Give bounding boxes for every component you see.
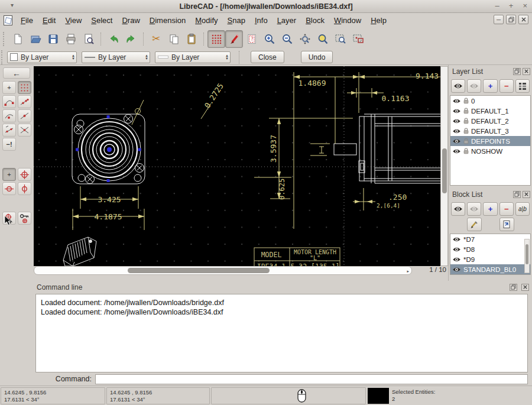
menu-draw[interactable]: Draw <box>117 14 144 27</box>
maximize-button[interactable]: + <box>509 1 514 10</box>
rename-block-icon[interactable]: a|b <box>515 202 530 216</box>
remove-layer-icon[interactable]: − <box>499 79 514 93</box>
float-panel-icon[interactable] <box>513 68 521 75</box>
float-panel-icon[interactable] <box>513 191 521 198</box>
lock-icon[interactable] <box>463 138 469 144</box>
print-preview-icon[interactable] <box>80 30 98 48</box>
menu-block[interactable]: Block <box>301 14 329 27</box>
hide-all-blocks-icon[interactable] <box>467 202 481 216</box>
menu-edit[interactable]: Edit <box>38 14 60 27</box>
scroll-right-arrow[interactable]: ▸ <box>407 269 409 274</box>
eye-icon[interactable] <box>452 247 461 252</box>
layer-row[interactable]: 0 <box>450 96 530 106</box>
snap-distance-icon[interactable] <box>2 124 16 137</box>
drawing-canvas[interactable]: 3.425 4.1875 3.5937 0.625 1.4869 9.143 0… <box>34 66 440 266</box>
show-all-layers-icon[interactable] <box>451 79 465 93</box>
block-row[interactable]: *D9 <box>450 254 530 264</box>
close-panel-icon[interactable] <box>523 68 530 75</box>
zoom-redraw-icon[interactable] <box>296 30 314 48</box>
copy-icon[interactable] <box>165 30 183 48</box>
horizontal-scrollbar[interactable]: ▸ <box>34 266 412 275</box>
grid-toggle-icon[interactable] <box>207 30 225 48</box>
menu-help[interactable]: Help <box>366 14 391 27</box>
zoom-pan-icon[interactable] <box>349 30 367 48</box>
eye-icon[interactable] <box>452 128 461 134</box>
menu-file[interactable]: File <box>16 14 38 27</box>
pen-color-combobox[interactable]: By Layer ▲▼ <box>7 51 77 63</box>
zoom-out-icon[interactable] <box>278 30 296 48</box>
add-block-icon[interactable]: + <box>483 202 497 216</box>
show-all-blocks-icon[interactable] <box>451 202 465 216</box>
eye-icon[interactable] <box>452 108 461 114</box>
add-layer-icon[interactable]: + <box>483 79 497 93</box>
mdi-restore-button[interactable] <box>506 15 516 24</box>
vertical-scrollbar[interactable] <box>440 66 448 266</box>
menu-info[interactable]: Info <box>250 14 273 27</box>
mdi-close-button[interactable] <box>518 15 528 24</box>
mdi-minimize-button[interactable]: ─ <box>494 15 504 24</box>
modify-layer-icon[interactable] <box>515 79 530 93</box>
float-panel-icon[interactable] <box>510 284 517 291</box>
restrict-vertical-icon[interactable] <box>18 182 31 195</box>
block-list-scrollbar[interactable] <box>524 239 530 273</box>
entity-attributes-icon[interactable]: ? <box>243 30 261 48</box>
open-document-icon[interactable] <box>27 30 44 48</box>
block-row[interactable]: *D7 <box>450 234 530 244</box>
lock-icon[interactable] <box>463 148 469 154</box>
paste-icon[interactable] <box>183 30 200 48</box>
back-icon[interactable]: ← <box>3 67 30 79</box>
lock-icon[interactable] <box>463 118 469 124</box>
edit-block-icon[interactable] <box>467 218 482 231</box>
print-icon[interactable] <box>62 30 80 48</box>
set-relative-zero-icon[interactable] <box>18 168 31 181</box>
snap-center-icon[interactable] <box>2 109 16 122</box>
zoom-in-icon[interactable] <box>261 30 278 48</box>
lock-icon[interactable] <box>463 98 469 104</box>
command-history[interactable]: Loaded document: /home/jlwallen/Download… <box>35 294 528 372</box>
insert-block-icon[interactable] <box>499 218 514 231</box>
lock-icon[interactable] <box>463 128 469 134</box>
menu-layer[interactable]: Layer <box>273 14 301 27</box>
snap-endpoints-icon[interactable] <box>2 95 16 108</box>
restrict-nothing-icon[interactable]: −! <box>2 138 16 151</box>
close-button[interactable]: × <box>523 1 527 10</box>
snap-intersection-icon[interactable] <box>18 124 31 137</box>
pen-linetype-combobox[interactable]: By Layer ▲▼ <box>155 51 231 63</box>
lock-icon[interactable] <box>463 108 469 114</box>
snap-free-icon[interactable]: + <box>2 81 16 94</box>
pen-width-combobox[interactable]: By Layer ▲▼ <box>82 51 150 63</box>
vertical-scrollbar-thumb[interactable] <box>442 148 447 193</box>
snap-grid-icon[interactable] <box>18 81 31 94</box>
menu-window[interactable]: Window <box>329 14 366 27</box>
eye-icon[interactable] <box>452 118 461 124</box>
remove-block-icon[interactable]: − <box>499 202 514 216</box>
eye-icon[interactable] <box>452 138 461 144</box>
redo-icon[interactable] <box>122 30 140 48</box>
close-panel-icon[interactable] <box>521 284 529 291</box>
menu-snap[interactable]: Snap <box>223 14 250 27</box>
zoom-window-icon[interactable] <box>332 30 349 48</box>
layer-row[interactable]: DEFAULT_1 <box>450 106 530 116</box>
zoom-auto-icon[interactable] <box>314 30 332 48</box>
hide-all-layers-icon[interactable] <box>467 79 481 93</box>
cut-icon[interactable]: ✂ <box>147 30 165 48</box>
menu-select[interactable]: Select <box>86 14 117 27</box>
toolbar-handle[interactable] <box>1 50 5 64</box>
close-action-button[interactable]: Close <box>251 51 284 63</box>
menu-modify[interactable]: Modify <box>190 14 222 27</box>
restrict-horizontal-icon[interactable] <box>2 182 16 195</box>
layer-row[interactable]: DEFAULT_3 <box>450 126 530 136</box>
undo-icon[interactable] <box>105 30 122 48</box>
toolbar-handle[interactable] <box>3 32 7 46</box>
save-icon[interactable] <box>44 30 62 48</box>
menu-dimension[interactable]: Dimension <box>145 14 190 27</box>
relative-zero-icon[interactable]: + <box>2 168 16 181</box>
layer-row[interactable]: DEFAULT_2 <box>450 116 530 126</box>
lock-relative-zero-icon[interactable] <box>18 212 31 225</box>
horizontal-scrollbar-thumb[interactable] <box>128 268 270 273</box>
layer-row-selected[interactable]: DEFPOINTS <box>450 136 530 146</box>
block-row[interactable]: *D8 <box>450 244 530 254</box>
close-panel-icon[interactable] <box>523 191 530 198</box>
eye-icon[interactable] <box>452 267 461 273</box>
window-menu-arrow[interactable]: ▾ <box>11 2 14 8</box>
